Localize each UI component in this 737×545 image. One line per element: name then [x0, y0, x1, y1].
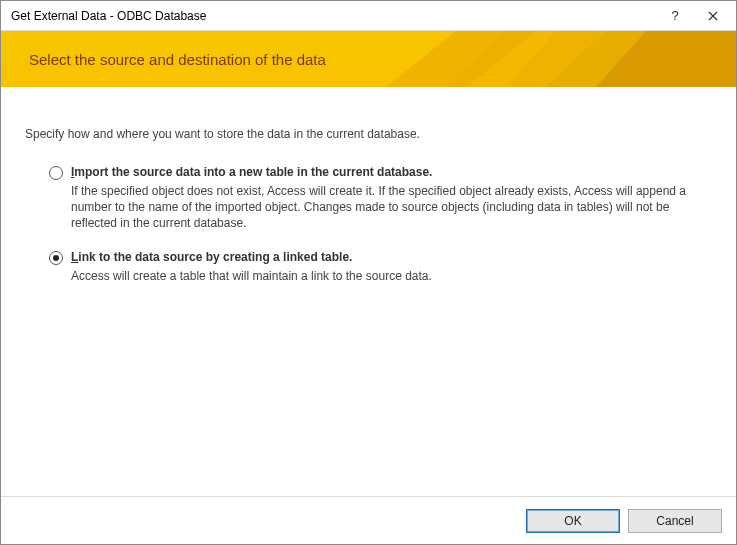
- banner: Select the source and destination of the…: [1, 31, 736, 87]
- options-group: Import the source data into a new table …: [25, 165, 712, 284]
- option-link-title: Link to the data source by creating a li…: [71, 250, 712, 264]
- dialog-content: Specify how and where you want to store …: [1, 87, 736, 496]
- window-title: Get External Data - ODBC Database: [11, 9, 656, 23]
- titlebar: Get External Data - ODBC Database ?: [1, 1, 736, 31]
- help-icon: ?: [671, 8, 678, 23]
- cancel-button[interactable]: Cancel: [628, 509, 722, 533]
- option-import-title: Import the source data into a new table …: [71, 165, 712, 179]
- banner-decoration: [386, 31, 736, 87]
- option-link[interactable]: Link to the data source by creating a li…: [49, 250, 712, 284]
- close-icon: [708, 11, 718, 21]
- help-button[interactable]: ?: [656, 2, 694, 30]
- option-link-desc: Access will create a table that will mai…: [71, 268, 691, 284]
- option-import-desc: If the specified object does not exist, …: [71, 183, 691, 232]
- radio-import[interactable]: [49, 166, 63, 180]
- banner-title: Select the source and destination of the…: [29, 51, 326, 68]
- ok-button[interactable]: OK: [526, 509, 620, 533]
- close-button[interactable]: [694, 2, 732, 30]
- radio-link[interactable]: [49, 251, 63, 265]
- dialog-footer: OK Cancel: [1, 496, 736, 544]
- option-import[interactable]: Import the source data into a new table …: [49, 165, 712, 232]
- intro-text: Specify how and where you want to store …: [25, 127, 712, 141]
- dialog-window: Get External Data - ODBC Database ? Sele…: [0, 0, 737, 545]
